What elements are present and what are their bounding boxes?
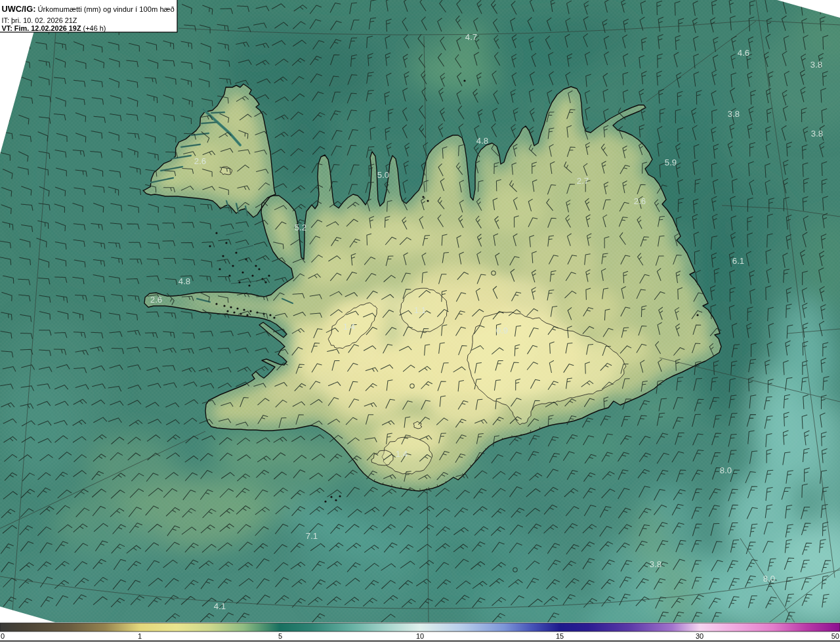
- svg-text:2.6: 2.6: [634, 196, 646, 206]
- svg-text:5.0: 5.0: [377, 170, 389, 180]
- svg-text:4.6: 4.6: [738, 48, 749, 58]
- svg-text:4.8: 4.8: [178, 276, 190, 286]
- svg-text:4.7: 4.7: [465, 32, 477, 42]
- svg-text:2.6: 2.6: [150, 295, 162, 305]
- svg-text:1.1: 1.1: [414, 305, 426, 315]
- svg-text:8.0: 8.0: [720, 465, 732, 475]
- svg-text:5: 5: [278, 632, 282, 640]
- svg-text:1.4: 1.4: [343, 322, 355, 332]
- svg-text:5.2: 5.2: [295, 223, 306, 232]
- svg-text:10: 10: [416, 632, 424, 640]
- svg-text:3.8: 3.8: [650, 559, 662, 569]
- svg-text:3.8: 3.8: [810, 60, 822, 70]
- svg-text:2.7: 2.7: [577, 176, 589, 186]
- svg-text:15: 15: [556, 632, 564, 640]
- svg-text:4.1: 4.1: [214, 601, 226, 611]
- svg-text:3.8: 3.8: [811, 129, 823, 139]
- svg-text:8.0: 8.0: [763, 574, 775, 584]
- svg-text:1.4: 1.4: [396, 449, 408, 459]
- svg-text:2.6: 2.6: [194, 156, 206, 166]
- svg-text:6.1: 6.1: [732, 256, 744, 266]
- svg-text:UWC/IG: Úrkomumætti (mm) og vi: UWC/IG: Úrkomumætti (mm) og vindur í 100…: [2, 4, 175, 14]
- svg-text:30: 30: [696, 632, 704, 640]
- svg-text:VT: Fim. 12.02.2026 19Z (+46 h: VT: Fim. 12.02.2026 19Z (+46 h): [2, 24, 106, 32]
- svg-text:3.8: 3.8: [728, 109, 740, 119]
- svg-text:5.9: 5.9: [665, 158, 677, 167]
- svg-text:0.9: 0.9: [496, 326, 508, 335]
- svg-text:IT: þri. 10. 02. 2026 21Z: IT: þri. 10. 02. 2026 21Z: [2, 16, 77, 24]
- svg-text:7.1: 7.1: [306, 531, 318, 541]
- svg-text:50: 50: [831, 632, 839, 640]
- svg-text:1: 1: [138, 632, 142, 640]
- svg-text:0: 0: [1, 632, 5, 640]
- svg-text:4.8: 4.8: [476, 136, 488, 146]
